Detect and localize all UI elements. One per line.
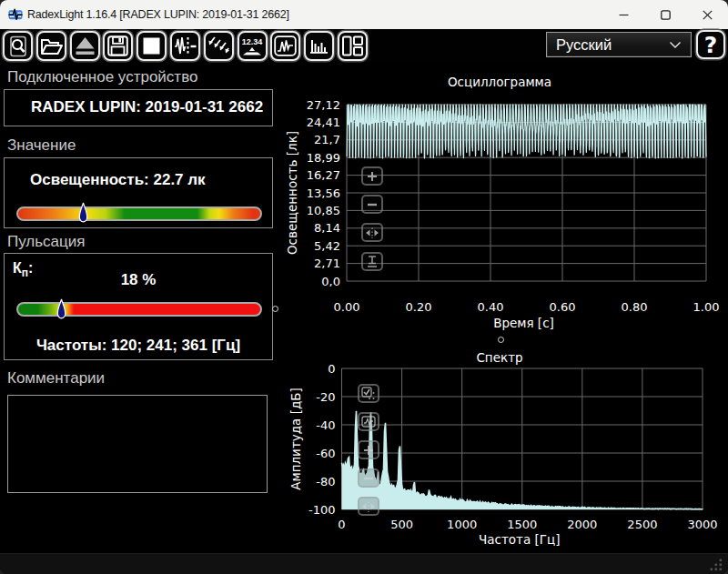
pulsation-box: Кп: 18 % Частоты: 120; 241; 361 [Гц] [4, 253, 273, 360]
frequencies-value: Частоты: 120; 241; 361 [Гц] [5, 337, 272, 355]
numeric-view-button[interactable]: 12.34 [238, 31, 268, 61]
y-tick-label: 2,71 [314, 257, 340, 270]
maximize-button[interactable] [644, 0, 686, 29]
help-button[interactable]: ? [696, 30, 725, 59]
device-section-label: Подключенное устройство [7, 68, 197, 86]
x-tick-label: 2000 [567, 518, 597, 531]
bar-spectrum-icon [308, 35, 330, 56]
app-icon [8, 7, 23, 22]
device-box: RADEX LUPIN: 2019-01-31 2662 [4, 89, 273, 126]
collapse-horizontal-icon [360, 500, 377, 513]
fit-vertical-icon [365, 255, 379, 268]
x-tick-label: 0 [338, 518, 345, 531]
resize-grip-icon[interactable] [710, 559, 723, 571]
x-tick-label: 1.00 [693, 300, 720, 314]
y-tick-label: 0,0 [321, 275, 340, 288]
kp-value: 18 % [5, 271, 272, 289]
horizontal-splitter-grip[interactable] [498, 337, 504, 343]
pulsation-scale-bar [16, 302, 262, 317]
svg-text:12.34: 12.34 [242, 36, 263, 45]
zoom-out-icon [361, 472, 376, 485]
open-button[interactable] [36, 31, 66, 61]
pulse-waveform-icon [174, 35, 197, 56]
x-tick-label: 0.00 [334, 300, 360, 314]
x-tick-label: 0.20 [406, 300, 432, 314]
x-tick-label: 3000 [687, 518, 717, 531]
oscillogram-zoom-out-button[interactable] [361, 195, 383, 214]
zoom-in-icon [365, 170, 379, 183]
spectrum-view-button[interactable] [304, 31, 334, 61]
pulsation-marker-icon [56, 298, 66, 319]
vertical-splitter-grip[interactable] [272, 306, 278, 312]
y-tick-label: 27,12 [307, 98, 340, 112]
x-tick-label: 2500 [627, 518, 657, 531]
spectrum-collapse-horizontal-button[interactable] [358, 497, 379, 516]
oscillogram-xlabel: Время [с] [493, 316, 554, 330]
illuminance-scale-bar [16, 206, 262, 221]
eject-icon [75, 36, 96, 55]
close-button[interactable] [686, 0, 728, 29]
chevron-down-icon [669, 41, 682, 49]
oscillogram-title: Осциллограмма [448, 75, 551, 89]
x-tick-label: 500 [390, 518, 413, 531]
app-window: RadexLight 1.16.4 [RADEX LUPIN: 2019-01-… [0, 0, 728, 574]
rays-mode-button[interactable] [204, 31, 234, 61]
x-tick-label: 0.80 [622, 300, 648, 314]
comments-input[interactable] [7, 395, 268, 493]
x-tick-label: 0.40 [478, 300, 504, 314]
oscillogram-ylabel: Освещенность [лк] [285, 131, 299, 255]
open-folder-icon [40, 36, 63, 56]
maximize-icon [661, 10, 671, 20]
spectrum-zoom-out-button[interactable] [358, 468, 379, 488]
y-tick-label: -80 [316, 475, 335, 488]
preview-button[interactable] [3, 31, 33, 61]
statusbar [0, 553, 728, 574]
eject-button[interactable] [70, 31, 100, 61]
oscillogram-zoom-in-button[interactable] [361, 166, 383, 186]
spectrum-chart: Спектр-100-80-60-40-20005001000150020002… [278, 346, 728, 553]
zoom-in-icon [361, 444, 376, 457]
minimize-button[interactable] [602, 0, 644, 29]
pulsation-section-label: Пульсация [7, 233, 86, 251]
oscillogram-icon [274, 35, 297, 56]
oscillogram-fit-vertical-button[interactable] [361, 252, 383, 271]
diagonal-rays-icon [207, 35, 229, 57]
magnifier-page-icon [8, 35, 28, 57]
spectrum-zoom-in-button[interactable] [358, 440, 379, 459]
y-tick-label: -60 [316, 447, 335, 460]
close-icon [703, 10, 713, 20]
floppy-disk-icon [107, 35, 128, 56]
y-tick-label: 8,14 [314, 221, 340, 235]
spectrum-xlabel: Частота [Гц] [479, 532, 560, 547]
layout-view-button[interactable] [338, 31, 368, 61]
pulse-mode-button[interactable] [170, 31, 200, 61]
spectrum-cursor-settings-button[interactable] [358, 384, 379, 403]
save-button[interactable] [103, 31, 133, 61]
oscillogram-collapse-horizontal-button[interactable] [361, 223, 383, 242]
oscillogram-view-button[interactable] [270, 31, 300, 61]
x-tick-label: 1500 [507, 518, 537, 531]
y-tick-label: 13,56 [307, 186, 340, 200]
y-tick-label: 10,85 [307, 204, 340, 217]
y-tick-label: 24,41 [307, 116, 340, 129]
stop-button[interactable] [136, 31, 167, 61]
toolbar: 12.34 Русский ? [0, 29, 728, 63]
value-section-label: Значение [7, 136, 76, 155]
oscillogram-series [347, 105, 706, 158]
language-select[interactable]: Русский [546, 32, 692, 57]
window-title: RadexLight 1.16.4 [RADEX LUPIN: 2019-01-… [27, 0, 289, 29]
comments-section-label: Комментарии [7, 369, 105, 388]
y-tick-label: 0 [328, 362, 335, 376]
signal-view-icon [361, 415, 376, 428]
spectrum-signal-view-button[interactable] [358, 412, 379, 431]
collapse-horizontal-icon [364, 227, 380, 239]
spectrum-ylabel: Амплитуда [дБ] [288, 388, 303, 490]
y-tick-label: 16,27 [307, 168, 340, 182]
zoom-out-icon [365, 198, 379, 211]
split-layout-icon [341, 35, 364, 56]
spectrum-title: Спектр [476, 350, 522, 365]
minimize-icon [619, 10, 629, 20]
numeric-display-icon: 12.34 [240, 35, 264, 57]
illuminance-marker-icon [78, 202, 88, 223]
y-tick-label: -20 [316, 390, 335, 404]
